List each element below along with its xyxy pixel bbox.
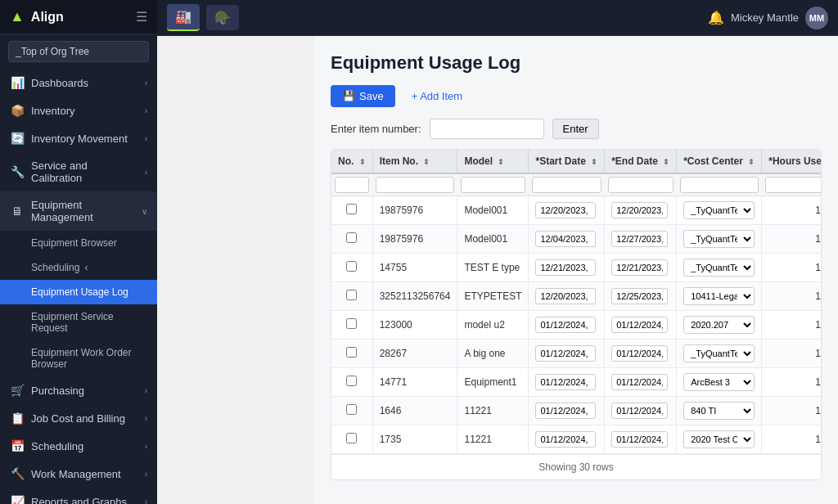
cell-end-date — [605, 397, 677, 425]
hamburger-icon[interactable]: ☰ — [136, 9, 147, 25]
org-tree-select[interactable]: _Top of Org Tree — [8, 41, 149, 62]
cost-center-select[interactable]: 840 TI — [683, 402, 755, 420]
end-date-input[interactable] — [611, 259, 668, 276]
row-checkbox[interactable] — [346, 261, 357, 272]
sidebar-item-purchasing[interactable]: 🛒 Purchasing › — [0, 376, 157, 404]
enter-button[interactable]: Enter — [552, 119, 599, 139]
start-date-input[interactable] — [535, 317, 596, 333]
end-date-input[interactable] — [611, 431, 668, 448]
sort-icon[interactable]: ⇕ — [748, 158, 755, 166]
row-checkbox-cell — [331, 340, 372, 368]
filter-row — [331, 173, 822, 196]
sort-icon[interactable]: ⇕ — [591, 158, 597, 166]
sidebar-nav: 📊 Dashboards › 📦 Inventory › 🔄 Inventory… — [0, 69, 157, 504]
start-date-input[interactable] — [535, 202, 596, 218]
scheduling-icon: 📅 — [10, 439, 25, 452]
cell-end-date — [605, 311, 677, 340]
sidebar-item-service-calibration[interactable]: 🔧 Service and Calibration › — [0, 152, 157, 191]
chevron-right-icon: › — [145, 497, 147, 505]
save-button[interactable]: 💾 Save — [331, 85, 395, 107]
sidebar-item-equipment-management[interactable]: 🖥 Equipment Management ∨ — [0, 191, 157, 231]
cost-center-select[interactable]: ArcBest 3 — [683, 373, 755, 391]
cost-center-select[interactable]: 2020.207 — [683, 316, 755, 334]
sidebar-item-scheduling-sub[interactable]: Scheduling ‹ — [0, 255, 157, 280]
sort-icon[interactable]: ⇕ — [663, 158, 669, 166]
end-date-input[interactable] — [611, 403, 668, 419]
sidebar-item-equipment-work-order[interactable]: Equipment Work Order Browser — [0, 340, 157, 376]
sort-icon[interactable]: ⇕ — [423, 158, 430, 166]
avatar[interactable]: MM — [805, 7, 828, 29]
sidebar-item-inventory[interactable]: 📦 Inventory › — [0, 97, 157, 124]
cell-start-date — [529, 282, 605, 311]
end-date-input[interactable] — [611, 374, 668, 390]
topbar-factory-button[interactable]: 🏭 — [167, 4, 200, 31]
col-cost-center: *Cost Center ⇕ — [677, 150, 762, 173]
cell-hours-used: 1.00 — [762, 368, 822, 397]
bell-icon[interactable]: 🔔 — [708, 10, 724, 25]
sidebar-logo: ▲ Align ☰ — [0, 0, 157, 34]
topbar-helmet-button[interactable]: 🪖 — [206, 5, 239, 30]
row-checkbox[interactable] — [346, 347, 357, 358]
end-date-input[interactable] — [611, 317, 668, 333]
sidebar-item-dashboards[interactable]: 📊 Dashboards › — [0, 69, 157, 97]
end-date-input[interactable] — [611, 231, 668, 247]
sort-icon[interactable]: ⇕ — [498, 158, 504, 166]
col-no: No. ⇕ — [331, 150, 372, 173]
sort-icon[interactable]: ⇕ — [359, 158, 366, 166]
filter-start-date[interactable] — [532, 177, 601, 193]
cost-center-select[interactable]: 2020 Test Cost C — [683, 430, 755, 448]
cost-center-select[interactable]: _TyQuantTest50 — [683, 259, 755, 277]
start-date-input[interactable] — [535, 259, 596, 276]
add-item-button[interactable]: + Add Item — [403, 85, 471, 107]
sidebar-item-scheduling[interactable]: 📅 Scheduling › — [0, 432, 157, 460]
start-date-input[interactable] — [535, 231, 596, 247]
end-date-input[interactable] — [611, 288, 668, 304]
chevron-right-icon: › — [145, 442, 147, 451]
row-checkbox[interactable] — [346, 376, 357, 386]
sidebar-item-equipment-browser[interactable]: Equipment Browser — [0, 231, 157, 255]
cell-hours-used: 1.00 — [762, 196, 822, 225]
sidebar-item-equipment-usage-log[interactable]: Equipment Usage Log — [0, 280, 157, 304]
row-checkbox[interactable] — [346, 290, 357, 300]
cell-end-date — [605, 196, 677, 225]
cost-center-select[interactable]: _TyQuantTest50 — [683, 201, 755, 219]
cost-center-select[interactable]: _TyQuantTest50 — [683, 230, 755, 248]
row-checkbox[interactable] — [346, 433, 357, 443]
start-date-input[interactable] — [535, 345, 596, 362]
row-checkbox-cell — [331, 196, 372, 225]
filter-end-date[interactable] — [608, 177, 674, 193]
cell-item-no: 19875976 — [372, 196, 457, 225]
sidebar-item-reports-graphs[interactable]: 📈 Reports and Graphs › — [0, 488, 157, 504]
start-date-input[interactable] — [535, 403, 596, 419]
end-date-input[interactable] — [611, 202, 668, 218]
sidebar-item-job-cost-billing[interactable]: 📋 Job Cost and Billing › — [0, 404, 157, 432]
start-date-input[interactable] — [535, 431, 596, 448]
sidebar-sub-label: Scheduling — [31, 262, 79, 273]
start-date-input[interactable] — [535, 374, 596, 390]
sidebar-item-inventory-movement[interactable]: 🔄 Inventory Movement › — [0, 124, 157, 152]
cell-item-no: 123000 — [372, 311, 457, 340]
filter-hours-used[interactable] — [765, 177, 822, 193]
sidebar-item-work-management[interactable]: 🔨 Work Management › — [0, 460, 157, 488]
sidebar-item-equipment-service-request[interactable]: Equipment Service Request — [0, 304, 157, 340]
start-date-input[interactable] — [535, 288, 596, 304]
filter-no[interactable] — [335, 177, 369, 193]
filter-model[interactable] — [461, 177, 525, 193]
row-checkbox[interactable] — [346, 232, 357, 243]
cost-center-select[interactable]: 10411-Legacy-104 — [683, 287, 755, 305]
filter-item-no[interactable] — [376, 177, 454, 193]
row-checkbox[interactable] — [346, 404, 357, 415]
item-number-input[interactable] — [430, 119, 544, 139]
cell-start-date — [529, 311, 605, 340]
filter-cost-center[interactable] — [680, 177, 759, 193]
col-item-no: Item No. ⇕ — [372, 150, 457, 173]
toolbar: 💾 Save + Add Item — [331, 85, 822, 107]
end-date-input[interactable] — [611, 345, 668, 362]
row-checkbox[interactable] — [346, 318, 357, 329]
cost-center-select[interactable]: _TyQuantTest50 — [683, 344, 755, 362]
service-calibration-icon: 🔧 — [10, 165, 25, 178]
row-checkbox[interactable] — [346, 204, 357, 214]
cell-model: TEST E type — [457, 254, 529, 282]
cell-cost-center: _TyQuantTest50 — [677, 254, 762, 282]
work-management-icon: 🔨 — [10, 467, 25, 480]
